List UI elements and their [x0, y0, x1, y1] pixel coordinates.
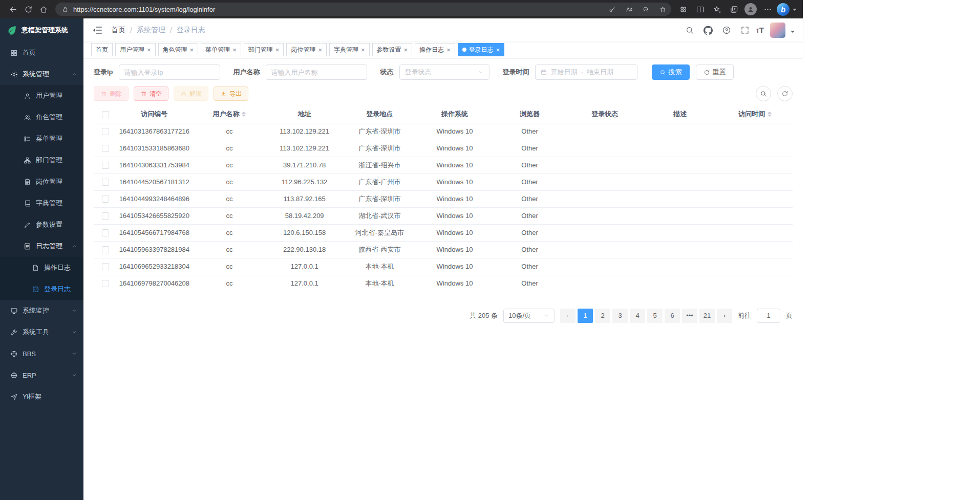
search-button[interactable]: 搜索: [652, 64, 690, 80]
end-date-placeholder[interactable]: 结束日期: [587, 68, 613, 77]
sidebar-item-post[interactable]: 岗位管理: [0, 171, 83, 192]
tab-param[interactable]: 参数设置×: [372, 43, 413, 56]
row-checkbox[interactable]: [102, 229, 109, 236]
fullscreen-icon[interactable]: [738, 23, 752, 37]
extensions-icon[interactable]: [675, 2, 691, 17]
row-checkbox[interactable]: [102, 280, 109, 287]
more-pages-button[interactable]: •••: [682, 309, 697, 323]
sidebar-item-dict[interactable]: 字典管理: [0, 192, 83, 214]
row-checkbox[interactable]: [102, 195, 109, 203]
col-user-name[interactable]: 用户名称: [192, 105, 267, 123]
close-icon[interactable]: ×: [232, 47, 237, 53]
help-icon[interactable]: [719, 23, 734, 37]
sidebar-item-system[interactable]: 系统管理: [0, 63, 83, 85]
sidebar-item-monitor[interactable]: 系统监控: [0, 300, 83, 321]
page-size-select[interactable]: 10条/页: [503, 309, 555, 323]
table-row[interactable]: 1641053426655825920 cc 58.19.42.209 湖北省-…: [94, 207, 793, 224]
page-button-21[interactable]: 21: [699, 309, 715, 323]
sort-icon[interactable]: [768, 112, 772, 117]
table-row[interactable]: 1641059633978281984 cc 222.90.130.18 陕西省…: [94, 241, 793, 258]
status-select[interactable]: 登录状态: [399, 64, 489, 80]
search-icon[interactable]: [683, 23, 697, 37]
zoom-out-icon[interactable]: [639, 3, 652, 16]
refresh-table-button[interactable]: [777, 86, 793, 101]
goto-page-input[interactable]: [757, 309, 780, 323]
close-icon[interactable]: ×: [147, 47, 151, 53]
prev-page-button[interactable]: ‹: [560, 309, 576, 323]
table-row[interactable]: 1641031533185863680 cc 113.102.129.221 广…: [94, 140, 793, 157]
sidebar-item-yi[interactable]: Yi框架: [0, 386, 83, 407]
tab-user[interactable]: 用户管理×: [115, 43, 156, 56]
close-icon[interactable]: ×: [446, 47, 451, 53]
back-icon[interactable]: [5, 2, 20, 17]
chevron-down-icon[interactable]: [791, 31, 795, 35]
row-checkbox[interactable]: [102, 212, 109, 220]
table-row[interactable]: 1641031367863177216 cc 113.102.129.221 广…: [94, 123, 793, 140]
password-key-icon[interactable]: [605, 3, 619, 16]
sort-icon[interactable]: [242, 112, 246, 117]
chevron-down-icon[interactable]: [793, 9, 797, 13]
reset-button[interactable]: 重置: [696, 64, 734, 80]
tab-dept[interactable]: 部门管理×: [244, 43, 284, 56]
sidebar-item-loginlog[interactable]: 登录日志: [0, 278, 83, 300]
read-aloud-icon[interactable]: [622, 3, 635, 16]
close-icon[interactable]: ×: [496, 47, 500, 53]
table-row[interactable]: 1641043063331753984 cc 39.171.210.78 浙江省…: [94, 157, 793, 173]
sidebar-item-param[interactable]: 参数设置: [0, 214, 83, 235]
table-row[interactable]: 1641054566717984768 cc 120.6.150.158 河北省…: [94, 224, 793, 241]
export-button[interactable]: 导出: [214, 86, 248, 101]
breadcrumb-system[interactable]: 系统管理: [137, 26, 165, 35]
table-row[interactable]: 1641044520567181312 cc 112.96.225.132 广东…: [94, 173, 793, 190]
tab-home[interactable]: 首页: [91, 43, 113, 56]
row-checkbox[interactable]: [102, 128, 109, 135]
home-icon[interactable]: [36, 2, 51, 17]
table-row[interactable]: 1641069798270046208 cc 127.0.0.1 本地-本机 W…: [94, 275, 793, 292]
sidebar-item-dept[interactable]: 部门管理: [0, 149, 83, 171]
page-button-1[interactable]: 1: [578, 309, 593, 323]
start-date-placeholder[interactable]: 开始日期: [551, 68, 578, 77]
sidebar-item-menu[interactable]: 菜单管理: [0, 128, 83, 149]
tab-operlog[interactable]: 操作日志×: [415, 43, 455, 56]
row-checkbox[interactable]: [102, 246, 109, 253]
close-icon[interactable]: ×: [318, 47, 322, 53]
unlock-button[interactable]: 解锁: [174, 86, 208, 101]
sidebar-item-operlog[interactable]: 操作日志: [0, 257, 83, 278]
favorites-icon[interactable]: [709, 2, 725, 17]
sidebar-item-home[interactable]: 首页: [0, 42, 83, 63]
hide-search-button[interactable]: [756, 86, 771, 101]
user-avatar[interactable]: [770, 23, 785, 38]
url-text[interactable]: https://ccnetcore.com:1101/system/log/lo…: [73, 6, 602, 13]
copilot-bing-icon[interactable]: b: [777, 3, 790, 16]
table-row[interactable]: 1641044993248464896 cc 113.87.92.165 广东省…: [94, 190, 793, 207]
github-icon[interactable]: [701, 23, 715, 37]
font-size-icon[interactable]: TT: [756, 26, 764, 34]
sidebar-toggle-icon[interactable]: [92, 25, 103, 36]
page-button-5[interactable]: 5: [647, 309, 663, 323]
sidebar-item-user[interactable]: 用户管理: [0, 85, 83, 106]
next-page-button[interactable]: ›: [717, 309, 732, 323]
close-icon[interactable]: ×: [190, 47, 194, 53]
lock-icon[interactable]: [60, 3, 70, 16]
add-favorite-star-icon[interactable]: [656, 3, 669, 16]
tab-role[interactable]: 角色管理×: [158, 43, 199, 56]
login-ip-input[interactable]: [119, 64, 220, 80]
tab-loginlog-active[interactable]: 登录日志×: [458, 43, 505, 56]
row-checkbox[interactable]: [102, 145, 109, 152]
close-icon[interactable]: ×: [361, 47, 365, 53]
close-icon[interactable]: ×: [275, 47, 280, 53]
sidebar-item-erp[interactable]: ERP: [0, 364, 83, 386]
tab-dict[interactable]: 字典管理×: [329, 43, 370, 56]
page-button-4[interactable]: 4: [630, 309, 645, 323]
row-checkbox[interactable]: [102, 263, 109, 270]
clear-button[interactable]: 清空: [134, 86, 168, 101]
split-screen-icon[interactable]: [692, 2, 708, 17]
col-access-time[interactable]: 访问时间: [717, 105, 793, 123]
sidebar-item-log[interactable]: 日志管理: [0, 235, 83, 257]
tab-post[interactable]: 岗位管理×: [286, 43, 327, 56]
breadcrumb-home[interactable]: 首页: [111, 26, 125, 35]
page-button-6[interactable]: 6: [665, 309, 680, 323]
sidebar-item-bbs[interactable]: BBS: [0, 343, 83, 364]
profile-avatar[interactable]: [743, 2, 758, 17]
page-button-3[interactable]: 3: [612, 309, 628, 323]
table-row[interactable]: 1641069652933218304 cc 127.0.0.1 本地-本机 W…: [94, 258, 793, 275]
